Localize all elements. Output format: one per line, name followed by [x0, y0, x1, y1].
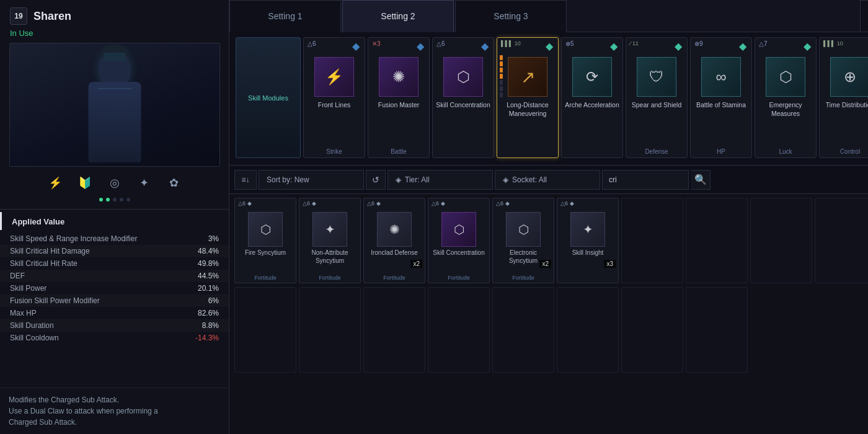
stat-value: 20.1%	[198, 284, 219, 293]
stat-name: Skill Speed & Range Increase Modifier	[10, 234, 137, 243]
inv-ironclad-defense[interactable]: △6 ◆ ✺ Ironclad Defense x2 Fortitude	[363, 198, 425, 283]
bottom-description: Modifies the Charged Sub Attack. Use a D…	[0, 388, 229, 434]
character-header: 19 Sharen	[0, 0, 229, 29]
inv-non-attribute[interactable]: △6 ◆ ✦ Non-Attribute Syncytium Fortitude	[299, 198, 361, 283]
module-spear-shield[interactable]: ⁄ 11 ◆ 🛡 Spear and Shield Defense	[626, 37, 688, 158]
inv-empty-2	[686, 198, 748, 283]
char-dots	[0, 198, 229, 206]
skill-modules-card[interactable]: Skill Modules	[236, 37, 301, 158]
module-arche-acceleration[interactable]: ⊕5 ◆ ⟳ Arche Acceleration	[561, 37, 623, 158]
skill-conc-inv-type: Fortitude	[448, 275, 470, 283]
stamina-type: HP	[714, 147, 728, 157]
char-skill-icons: ⚡ 🔰 ◎ ✦ ✿	[0, 167, 229, 198]
long-dist-name: Long-Distance Maneuvering	[497, 99, 558, 118]
time-icon-area: ⊕	[828, 55, 868, 99]
inventory-area: △6 ◆ ⬡ Fire Syncytium Fortitude △6 ◆ ✦ N…	[229, 194, 868, 434]
spear-icon-area: 🛡	[635, 55, 678, 99]
fire-syncytium-name: Fire Syncytium	[243, 247, 288, 257]
module-battle-stamina[interactable]: ⊕9 ◆ ∞ Battle of Stamina HP	[690, 37, 752, 158]
skill-conc-eq-icon: ⬡	[443, 57, 483, 97]
bar7	[500, 92, 503, 97]
inv-electronic-syncytium[interactable]: △6 ◆ ⬡ Electronic Syncytium x2 Fortitude	[492, 198, 554, 283]
ironclad-type: Fortitude	[383, 275, 405, 283]
filter-bar: ≡↓ Sort by: New ↺ ◈ Tier: All ◈ Socket: …	[229, 166, 868, 194]
spear-type: Defense	[642, 147, 670, 157]
character-portrait	[9, 43, 220, 167]
search-icon: 🔍	[694, 174, 707, 185]
spear-diamond: ◆	[675, 40, 683, 49]
tier-filter-button[interactable]: ◈ Tier: All	[388, 170, 493, 190]
stat-row: Skill Power20.1%	[0, 282, 229, 294]
stamina-name: Battle of Stamina	[694, 99, 748, 110]
applied-value-header: Applied Value	[0, 212, 229, 230]
skill-conc-eq-diamond: ◆	[481, 40, 490, 49]
inv-empty-5	[234, 287, 296, 373]
module-fusion-master[interactable]: ✕3 ◆ ✺ Fusion Master Battle	[368, 37, 430, 158]
sort-by-button[interactable]: Sort by: New	[259, 170, 364, 190]
tab-setting2[interactable]: Setting 2	[342, 0, 454, 32]
front-lines-type: Strike	[324, 147, 345, 157]
search-button[interactable]: 🔍	[691, 170, 711, 190]
stat-value: 82.6%	[198, 309, 219, 317]
elec-syn-icon: ⬡	[506, 212, 541, 247]
socket-filter-button[interactable]: ◈ Socket: All	[495, 170, 600, 190]
emergency-icon: ⬡	[766, 57, 805, 97]
arche-icon: ⟳	[572, 57, 612, 97]
inv-empty-12	[686, 287, 748, 373]
module-front-lines[interactable]: △6 ◆ ⚡ Front Lines Strike	[303, 37, 365, 158]
module-skill-concentration-eq[interactable]: △6 ◆ ⬡ Skill Concentration	[432, 37, 494, 158]
time-name: Time Distribution	[823, 99, 868, 110]
character-status: In Use	[0, 29, 229, 43]
tab-setting3[interactable]: Setting 3	[455, 0, 567, 32]
bar5	[500, 80, 503, 85]
front-lines-icon: ⚡	[314, 57, 354, 97]
skill-insight-icon: ✦	[570, 212, 605, 247]
main-content: Setting 1 Setting 2 Setting 3 Skill Modu…	[229, 0, 868, 434]
sort-icon-btn[interactable]: ≡↓	[234, 170, 257, 190]
stat-row: Fusion Skill Power Modifier6%	[0, 294, 229, 307]
dot-5	[126, 198, 130, 202]
emergency-icon-area: ⬡	[764, 55, 807, 99]
module-time-distribution[interactable]: ▌▌▌ 10 ◆ ⊕ Time Distribution Control	[819, 37, 868, 158]
socket-label: Socket: All	[512, 175, 547, 184]
refresh-button[interactable]: ↺	[366, 170, 386, 190]
level-badge: 19	[10, 7, 27, 25]
inv-empty-1	[621, 198, 683, 283]
skill-insight-name: Skill Insight	[570, 247, 606, 257]
stat-name: Skill Power	[10, 284, 46, 293]
inv-empty-7	[363, 287, 425, 373]
module-long-distance[interactable]: ▌▌▌ 10 ◆ ↗ Long-Distance Maneuvering	[497, 37, 559, 158]
bar1	[500, 55, 503, 60]
non-attr-icon: ✦	[312, 212, 347, 247]
inv-empty-10	[557, 287, 619, 373]
inv-skill-insight[interactable]: △6 ◆ ✦ Skill Insight x3	[557, 198, 619, 283]
stamina-diamond: ◆	[739, 40, 748, 49]
elec-syn-tier: △6 ◆	[496, 200, 510, 206]
stamina-icon-area: ∞	[699, 55, 743, 99]
skill-modules-label: Skill Modules	[243, 89, 293, 107]
divider-1	[0, 209, 229, 210]
module-emergency-measures[interactable]: △7 ◆ ⬡ Emergency Measures Luck	[755, 37, 817, 158]
desc-line1: Modifies the Charged Sub Attack.	[9, 394, 220, 405]
tabs-bar: Setting 1 Setting 2 Setting 3	[229, 0, 868, 32]
stat-value: -14.3%	[195, 334, 219, 342]
stat-row: Max HP82.6%	[0, 307, 229, 319]
grid-view-icon[interactable]	[860, 0, 868, 32]
skill-insight-tier: △6 ◆	[560, 200, 574, 206]
search-input[interactable]	[602, 170, 689, 190]
inv-fire-syncytium[interactable]: △6 ◆ ⬡ Fire Syncytium Fortitude	[234, 198, 296, 283]
stat-value: 6%	[208, 296, 219, 305]
ironclad-count: x2	[410, 260, 422, 268]
flower-icon: ✿	[164, 173, 184, 193]
inv-skill-concentration[interactable]: △6 ◆ ⬡ Skill Concentration Fortitude	[428, 198, 490, 283]
stat-value: 8.8%	[202, 321, 219, 330]
tab-setting1[interactable]: Setting 1	[229, 0, 341, 32]
spear-icon: 🛡	[637, 57, 676, 97]
stat-row: Skill Duration8.8%	[0, 319, 229, 332]
emergency-tier: △7	[759, 40, 768, 47]
front-lines-name: Front Lines	[316, 99, 353, 110]
stat-row: DEF44.5%	[0, 270, 229, 282]
socket-icon: ◈	[503, 175, 508, 184]
inv-empty-8	[428, 287, 490, 373]
stat-name: Skill Critical Hit Damage	[10, 247, 90, 255]
